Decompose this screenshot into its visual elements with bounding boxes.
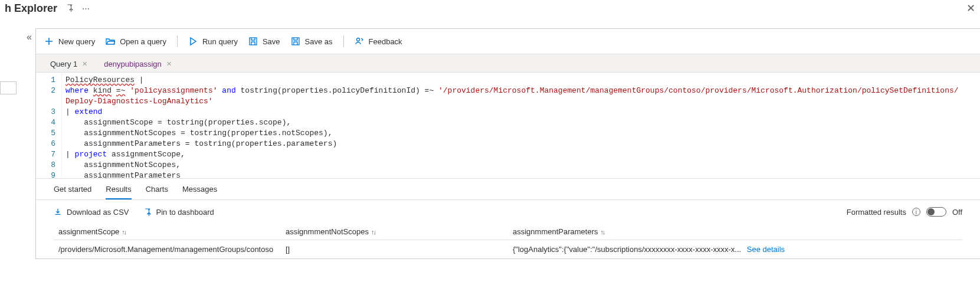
tab-results[interactable]: Results <box>106 185 131 199</box>
pin-icon[interactable] <box>65 4 74 14</box>
see-details-link[interactable]: See details <box>747 245 785 254</box>
column-header[interactable]: assignmmentNotScopes↑↓ <box>281 224 508 240</box>
results-tab-strip: Get started Results Charts Messages <box>36 179 980 200</box>
formatted-results-state: Off <box>952 208 962 217</box>
page-title: h Explorer <box>5 2 57 15</box>
tab-get-started[interactable]: Get started <box>54 185 91 199</box>
close-tab-icon[interactable]: ✕ <box>166 60 172 68</box>
pin-dashboard-button[interactable]: Pin to dashboard <box>143 208 214 217</box>
save-label: Save <box>263 37 280 46</box>
save-button[interactable]: Save <box>248 37 280 46</box>
query-tab-label: Query 1 <box>50 60 77 68</box>
pin-dashboard-label: Pin to dashboard <box>156 208 214 217</box>
collapse-sidebar-icon[interactable]: « <box>6 28 35 259</box>
editor-gutter: 123456789 <box>36 73 62 178</box>
cell-assignment-scope: /providers/Microsoft.Management/manageme… <box>54 240 281 259</box>
download-csv-label: Download as CSV <box>67 208 129 217</box>
new-query-button[interactable]: New query <box>44 37 95 46</box>
cell-not-scopes: [] <box>281 240 508 259</box>
results-table: assignmentScope↑↓ assignmmentNotScopes↑↓… <box>54 224 962 258</box>
toolbar-separator <box>343 35 344 47</box>
column-header[interactable]: assignmmentParameters↑↓ <box>508 224 962 240</box>
formatted-results-label: Formatted results <box>847 208 906 217</box>
run-query-button[interactable]: Run query <box>188 37 238 46</box>
new-query-label: New query <box>58 37 95 46</box>
sort-icon[interactable]: ↑↓ <box>122 228 126 235</box>
feedback-label: Feedback <box>369 37 402 46</box>
toolbar-separator <box>177 35 178 47</box>
tab-charts[interactable]: Charts <box>146 185 168 199</box>
query-tab-label: denypubipassign <box>104 60 162 68</box>
svg-rect-0 <box>250 38 257 45</box>
editor-code[interactable]: PolicyResources |where kind =~ 'policyas… <box>62 73 959 178</box>
sort-icon[interactable]: ↑↓ <box>601 228 605 235</box>
table-row[interactable]: /providers/Microsoft.Management/manageme… <box>54 240 962 259</box>
formatted-results-toggle[interactable] <box>926 207 946 217</box>
tab-messages[interactable]: Messages <box>182 185 217 199</box>
svg-rect-1 <box>292 38 299 45</box>
open-query-label: Open a query <box>120 37 166 46</box>
query-tab-strip: Query 1 ✕ denypubipassign ✕ <box>36 54 980 73</box>
query-editor[interactable]: 123456789 PolicyResources |where kind =~… <box>36 73 980 179</box>
open-query-button[interactable]: Open a query <box>106 37 166 46</box>
download-csv-button[interactable]: Download as CSV <box>54 208 129 217</box>
query-toolbar: New query Open a query Run query Save Sa… <box>36 29 980 54</box>
query-tab[interactable]: denypubipassign ✕ <box>96 56 180 72</box>
run-query-label: Run query <box>202 37 238 46</box>
column-header[interactable]: assignmentScope↑↓ <box>54 224 281 240</box>
info-icon[interactable]: i <box>912 208 920 216</box>
close-icon[interactable]: ✕ <box>966 2 975 15</box>
query-tab[interactable]: Query 1 ✕ <box>42 56 96 72</box>
feedback-button[interactable]: Feedback <box>355 37 402 46</box>
svg-point-2 <box>356 38 359 41</box>
results-actions: Download as CSV Pin to dashboard Formatt… <box>36 200 980 224</box>
save-as-button[interactable]: Save as <box>291 37 333 46</box>
sort-icon[interactable]: ↑↓ <box>371 228 375 235</box>
cell-parameters: {"logAnalytics":{"value":"/subscriptions… <box>508 240 962 259</box>
close-tab-icon[interactable]: ✕ <box>82 60 87 68</box>
save-as-label: Save as <box>305 37 333 46</box>
more-icon[interactable]: ⋯ <box>82 4 90 13</box>
